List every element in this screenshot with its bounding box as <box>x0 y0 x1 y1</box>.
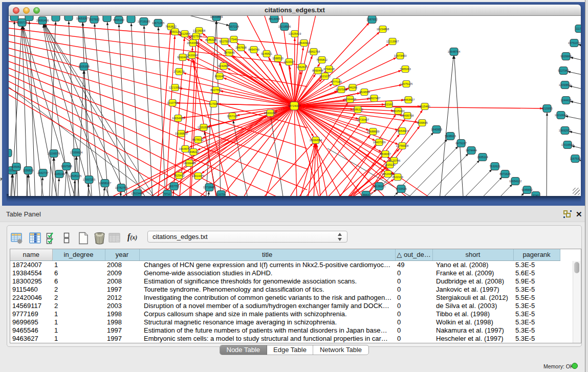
svg-text:20691406: 20691406 <box>36 19 49 22</box>
svg-text:8215955: 8215955 <box>541 107 552 110</box>
svg-text:20206576: 20206576 <box>48 152 60 155</box>
svg-text:9699695: 9699695 <box>417 121 427 124</box>
svg-text:7632621: 7632621 <box>489 165 500 168</box>
svg-text:7485063: 7485063 <box>400 68 410 71</box>
svg-text:7386322: 7386322 <box>352 108 363 111</box>
svg-text:2055721: 2055721 <box>16 21 27 24</box>
svg-text:2867608: 2867608 <box>235 46 246 49</box>
svg-text:7955812: 7955812 <box>316 58 327 61</box>
svg-text:10654935: 10654935 <box>172 117 184 120</box>
svg-text:10688609: 10688609 <box>367 130 379 133</box>
svg-text:13226058: 13226058 <box>193 29 205 32</box>
svg-text:3875645: 3875645 <box>224 51 234 54</box>
svg-text:15718485: 15718485 <box>203 186 215 189</box>
svg-text:9329966: 9329966 <box>560 55 571 58</box>
svg-text:6497568: 6497568 <box>336 88 346 91</box>
svg-text:803144: 803144 <box>215 75 224 78</box>
svg-text:19218506: 19218506 <box>278 25 291 28</box>
svg-text:1244415: 1244415 <box>560 99 571 102</box>
svg-text:2718176: 2718176 <box>173 70 184 73</box>
svg-text:7625402: 7625402 <box>173 174 184 177</box>
svg-text:12213303: 12213303 <box>169 86 181 89</box>
svg-text:1527602: 1527602 <box>89 18 99 21</box>
svg-text:8454749: 8454749 <box>248 48 259 51</box>
svg-text:1615132: 1615132 <box>384 163 395 166</box>
svg-text:17016504: 17016504 <box>561 143 574 146</box>
svg-text:746266: 746266 <box>348 86 357 89</box>
svg-text:10671355: 10671355 <box>152 21 164 25</box>
svg-text:2005358: 2005358 <box>78 65 89 68</box>
svg-text:12505135: 12505135 <box>69 174 81 178</box>
svg-text:116754: 116754 <box>216 193 226 196</box>
svg-text:18640910: 18640910 <box>298 41 310 45</box>
svg-text:1733426: 1733426 <box>396 187 406 190</box>
svg-text:19166825: 19166825 <box>175 132 187 135</box>
svg-text:9390448: 9390448 <box>177 56 188 59</box>
svg-text:18724007: 18724007 <box>288 104 300 107</box>
svg-text:16210643: 16210643 <box>555 114 567 117</box>
svg-text:9240: 9240 <box>533 194 539 196</box>
svg-text:12213967: 12213967 <box>386 40 399 43</box>
svg-text:2942737: 2942737 <box>37 171 48 174</box>
svg-text:1640953: 1640953 <box>431 128 442 131</box>
svg-text:8813054: 8813054 <box>269 17 279 20</box>
svg-text:18407209: 18407209 <box>373 141 385 144</box>
svg-text:12923466: 12923466 <box>131 192 143 195</box>
svg-text:6794028: 6794028 <box>323 68 334 71</box>
svg-text:16961758: 16961758 <box>308 50 320 53</box>
svg-text:19654923: 19654923 <box>396 129 408 133</box>
svg-text:9327509: 9327509 <box>190 35 201 38</box>
svg-text:1010753: 1010753 <box>167 101 178 104</box>
svg-text:12353594: 12353594 <box>198 126 210 129</box>
svg-text:1362615: 1362615 <box>296 65 307 69</box>
svg-text:18495758: 18495758 <box>401 114 413 117</box>
svg-text:1167533: 1167533 <box>570 157 580 160</box>
svg-text:1498222: 1498222 <box>188 150 199 154</box>
svg-text:8663: 8663 <box>363 193 369 196</box>
svg-text:14463627: 14463627 <box>402 98 415 101</box>
svg-text:16543392: 16543392 <box>187 41 199 45</box>
svg-text:12093832: 12093832 <box>559 83 571 86</box>
svg-text:1156829: 1156829 <box>23 169 33 172</box>
svg-text:5712: 5712 <box>164 192 170 195</box>
svg-text:15751074: 15751074 <box>568 41 580 45</box>
svg-text:10653267: 10653267 <box>76 17 89 20</box>
svg-text:19384554: 19384554 <box>310 139 322 142</box>
svg-text:17957255: 17957255 <box>83 178 95 181</box>
svg-text:835061: 835061 <box>12 165 21 168</box>
svg-text:9474444: 9474444 <box>466 149 476 152</box>
svg-text:6966160: 6966160 <box>113 18 124 21</box>
svg-text:10958107: 10958107 <box>99 182 111 185</box>
svg-text:417006: 417006 <box>209 102 218 105</box>
svg-text:18300295: 18300295 <box>264 112 276 115</box>
svg-text:2522134: 2522134 <box>392 176 403 179</box>
svg-text:3912954: 3912954 <box>179 32 190 35</box>
svg-text:3267110: 3267110 <box>227 115 237 118</box>
svg-text:2935114: 2935114 <box>477 156 488 159</box>
svg-text:8990448: 8990448 <box>312 69 323 72</box>
svg-text:9834067: 9834067 <box>380 152 390 156</box>
svg-text:16099489: 16099489 <box>183 162 195 165</box>
svg-text:16154808: 16154808 <box>377 28 389 31</box>
svg-text:8678332: 8678332 <box>192 138 203 141</box>
svg-text:1145194: 1145194 <box>54 172 64 176</box>
svg-text:10654122: 10654122 <box>509 180 521 183</box>
svg-text:1621072: 1621072 <box>319 75 330 78</box>
svg-text:14136141: 14136141 <box>373 185 385 188</box>
svg-text:11172: 11172 <box>576 27 581 30</box>
svg-text:8471626: 8471626 <box>499 172 510 176</box>
svg-text:2087652: 2087652 <box>366 18 377 21</box>
svg-text:12975125: 12975125 <box>400 82 412 85</box>
svg-text:9227343: 9227343 <box>558 69 569 72</box>
svg-text:10973493: 10973493 <box>394 54 406 57</box>
svg-text:17359924: 17359924 <box>70 151 82 154</box>
svg-text:20364436: 20364436 <box>344 98 356 101</box>
svg-text:10756928: 10756928 <box>396 144 408 147</box>
svg-text:10807487: 10807487 <box>368 97 380 100</box>
svg-text:7663822: 7663822 <box>165 25 176 28</box>
svg-text:6479197: 6479197 <box>455 142 466 145</box>
svg-text:13325419: 13325419 <box>289 32 301 35</box>
svg-text:16914479: 16914479 <box>192 174 204 178</box>
svg-text:15720407: 15720407 <box>357 118 369 121</box>
svg-text:9242848: 9242848 <box>218 64 229 68</box>
